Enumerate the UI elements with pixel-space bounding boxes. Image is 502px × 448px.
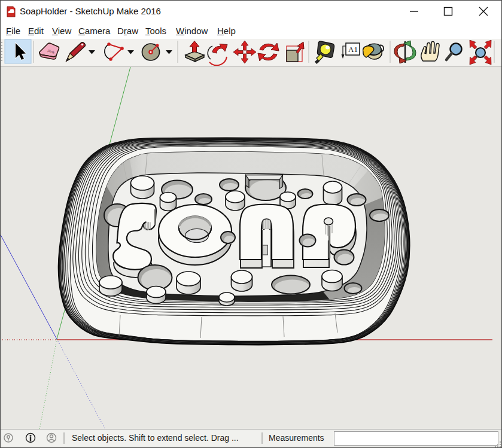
svg-text:A1: A1 [348,45,358,54]
